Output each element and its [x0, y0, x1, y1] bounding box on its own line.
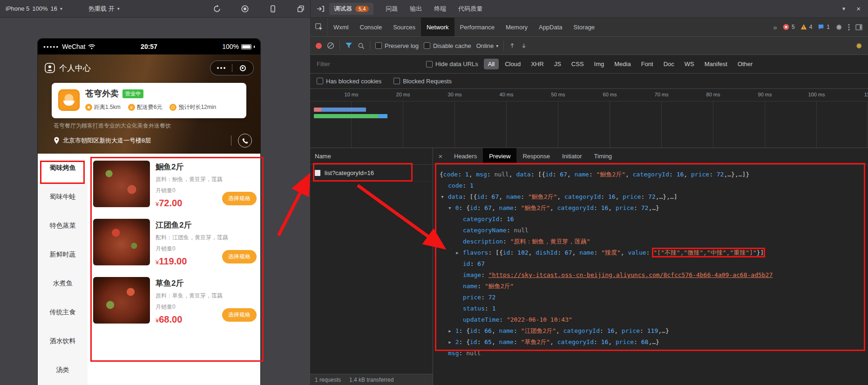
network-timeline[interactable]: 10 ms20 ms 30 ms40 ms 50 ms60 ms 70 ms80…: [310, 89, 868, 148]
phone-device-icon[interactable]: [269, 5, 277, 13]
tab-storage[interactable]: Storage: [568, 18, 601, 36]
choose-spec-button[interactable]: 选择规格: [222, 250, 257, 263]
dock-side-icon[interactable]: [855, 24, 862, 30]
call-shop-button[interactable]: [238, 134, 252, 148]
preview-json-line[interactable]: categoryId: 16: [436, 214, 868, 225]
tab-terminal[interactable]: 终端: [434, 5, 446, 13]
disable-cache-checkbox[interactable]: [424, 42, 430, 49]
choose-spec-button[interactable]: 选择规格: [222, 308, 257, 322]
exit-miniprogram-button[interactable]: [232, 61, 254, 75]
filter-type-css[interactable]: CSS: [567, 59, 588, 69]
network-settings-gear-icon[interactable]: [855, 42, 862, 49]
category-item-steamed[interactable]: 特色蒸菜: [38, 211, 88, 240]
filter-type-manifest[interactable]: Manifest: [700, 59, 732, 69]
tab-output[interactable]: 输出: [410, 5, 422, 13]
hide-data-urls-checkbox[interactable]: [426, 61, 433, 68]
kebab-menu-icon[interactable]: [848, 24, 850, 31]
preview-json-line[interactable]: description: "原料：鮰鱼，黄豆芽，莲藕": [436, 236, 868, 247]
tab-initiator[interactable]: Initiator: [556, 148, 588, 164]
filter-type-font[interactable]: Font: [637, 59, 658, 69]
filter-type-other[interactable]: Other: [733, 59, 757, 69]
category-item-roast-fish[interactable]: 蜀味烤鱼: [38, 154, 88, 182]
preserve-log-checkbox[interactable]: [375, 42, 382, 49]
request-name-header[interactable]: Name: [310, 148, 433, 165]
tab-headers[interactable]: Headers: [448, 148, 483, 164]
filter-type-cloud[interactable]: Cloud: [501, 59, 525, 69]
error-count-icon[interactable]: [783, 24, 789, 30]
tab-wxml[interactable]: Wxml: [328, 18, 354, 36]
preview-json-line[interactable]: id: 67: [436, 258, 868, 270]
category-item-drinks[interactable]: 酒水饮料: [38, 327, 88, 356]
has-blocked-cookies-checkbox[interactable]: [317, 78, 323, 84]
preview-json-line[interactable]: ▾ 0: {id: 67, name: "鮰鱼2斤", categoryId: …: [436, 203, 868, 214]
tab-appdata[interactable]: AppData: [533, 18, 568, 36]
category-item-boiled-fish[interactable]: 水煮鱼: [38, 269, 88, 298]
multi-window-icon[interactable]: [297, 5, 305, 13]
category-item-vegetables[interactable]: 新鲜时蔬: [38, 240, 88, 269]
message-count-icon[interactable]: [818, 24, 824, 30]
export-har-icon[interactable]: [521, 42, 527, 49]
tab-network[interactable]: Network: [421, 18, 454, 36]
preview-json-line[interactable]: status: 1: [436, 303, 868, 314]
throttling-select[interactable]: Online ▾: [476, 42, 499, 49]
preview-json-line[interactable]: image: "https://sky-itcast.oss-cn-beijin…: [436, 270, 868, 281]
filter-type-media[interactable]: Media: [610, 59, 635, 69]
refresh-icon[interactable]: [213, 5, 221, 13]
tab-preview[interactable]: Preview: [483, 148, 516, 164]
search-icon[interactable]: [358, 42, 365, 49]
inspect-element-icon[interactable]: [310, 18, 328, 36]
preview-json-line[interactable]: code: 1: [436, 180, 868, 191]
close-details-icon[interactable]: ×: [433, 152, 448, 160]
filter-funnel-icon[interactable]: [345, 42, 353, 49]
category-item-bullfrog[interactable]: 蜀味牛蛙: [38, 182, 88, 211]
chevron-down-icon[interactable]: ▾: [842, 5, 846, 12]
category-item-soup[interactable]: 汤类: [38, 356, 88, 385]
timeline-labels: 10 ms20 ms 30 ms40 ms 50 ms60 ms 70 ms80…: [310, 89, 868, 97]
import-har-icon[interactable]: [509, 42, 515, 49]
gear-icon[interactable]: [835, 24, 842, 31]
close-icon[interactable]: ×: [856, 5, 861, 13]
tab-memory[interactable]: Memory: [500, 18, 533, 36]
preview-json-line[interactable]: ▸ flavors: [{id: 102, dishId: 67, name: …: [436, 247, 868, 258]
filter-input[interactable]: [316, 60, 420, 68]
filter-type-doc[interactable]: Doc: [659, 59, 678, 69]
more-tabs-icon[interactable]: »: [773, 23, 777, 31]
filter-type-img[interactable]: Img: [590, 59, 609, 69]
preview-json-line[interactable]: price: 72: [436, 292, 868, 303]
warning-count-icon[interactable]: [800, 24, 807, 30]
filter-type-js[interactable]: JS: [550, 59, 565, 69]
more-menu-button[interactable]: [210, 61, 232, 75]
tab-response[interactable]: Response: [516, 148, 556, 164]
preview-json-line[interactable]: categoryName: null: [436, 225, 868, 236]
tab-performance[interactable]: Performance: [454, 18, 500, 36]
hot-reload-label: 热重载 开: [88, 5, 115, 13]
tab-debugger[interactable]: 调试器 5,4: [329, 3, 373, 15]
blocked-requests-checkbox[interactable]: [393, 78, 400, 84]
tab-problems[interactable]: 问题: [386, 5, 398, 13]
preview-json-line[interactable]: updateTime: "2022-06-10 10:43": [436, 314, 868, 325]
preview-json-line[interactable]: msg: null: [436, 348, 868, 359]
record-icon[interactable]: [241, 5, 249, 13]
filter-type-ws[interactable]: WS: [680, 59, 698, 69]
person-icon[interactable]: [44, 62, 55, 74]
preview-json-line[interactable]: ▸ 1: {id: 66, name: "江团鱼2斤", categoryId:…: [436, 325, 868, 337]
filter-type-all[interactable]: All: [484, 59, 499, 69]
clear-requests-icon[interactable]: [327, 42, 334, 49]
hot-reload-toggle[interactable]: 热重载 开 ▾: [88, 5, 120, 13]
request-row[interactable]: list?categoryId=16: [310, 165, 433, 182]
tab-sources[interactable]: Sources: [387, 18, 421, 36]
choose-spec-button[interactable]: 选择规格: [222, 192, 257, 205]
preview-json-line[interactable]: name: "鮰鱼2斤": [436, 281, 868, 292]
preview-json-line[interactable]: {code: 1, msg: null, data: [{id: 67, nam…: [436, 169, 868, 180]
attach-debugger-icon[interactable]: [316, 5, 325, 13]
shop-card[interactable]: 苍穹外卖 营业中 距离1.5km ¥ 配送费6元: [52, 83, 246, 118]
filter-type-xhr[interactable]: XHR: [527, 59, 548, 69]
tab-code-quality[interactable]: 代码质量: [458, 5, 482, 13]
preview-json-line[interactable]: ▾ data: [{id: 67, name: "鮰鱼2斤", category…: [436, 191, 868, 203]
device-selector[interactable]: iPhone 5 100% 16 ▾: [6, 5, 62, 12]
tab-timing[interactable]: Timing: [588, 148, 618, 164]
record-network-icon[interactable]: [316, 43, 322, 49]
tab-console[interactable]: Console: [354, 18, 388, 36]
category-item-staple[interactable]: 传统主食: [38, 298, 88, 327]
preview-json-line[interactable]: ▸ 2: {id: 65, name: "草鱼2斤", categoryId: …: [436, 337, 868, 348]
